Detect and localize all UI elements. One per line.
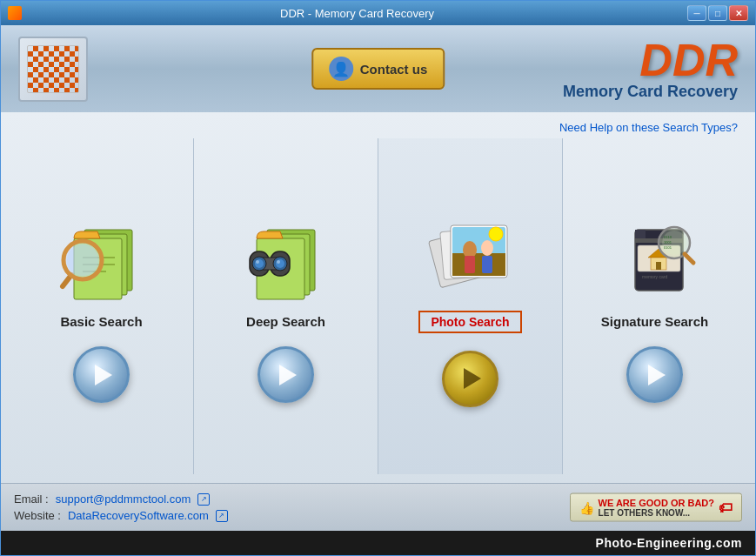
svg-text:0110: 0110	[664, 235, 672, 239]
contact-person-icon: 👤	[329, 57, 353, 81]
signature-search-play-button[interactable]	[626, 346, 683, 403]
deep-search-play-button[interactable]	[258, 346, 314, 403]
svg-text:memory card: memory card	[642, 274, 667, 279]
header: 👤 Contact us DDR Memory Card Recovery	[1, 25, 755, 112]
svg-point-20	[277, 260, 280, 264]
play-triangle-icon	[648, 365, 666, 385]
basic-search-label: Basic Search	[60, 314, 142, 329]
help-link[interactable]: Need Help on these Search Types?	[10, 121, 746, 134]
website-row: Website : DataRecoverySoftware.com ↗	[14, 509, 228, 522]
main-content: Need Help on these Search Types?	[1, 112, 755, 483]
window-controls: ─ □ ✕	[687, 5, 748, 21]
feedback-text: WE ARE GOOD OR BAD? LET OTHERS KNOW...	[599, 498, 714, 518]
minimize-button[interactable]: ─	[687, 5, 706, 21]
close-button[interactable]: ✕	[729, 5, 748, 21]
logo-box	[18, 37, 88, 102]
photo-search-icon	[423, 206, 518, 302]
svg-rect-29	[482, 256, 492, 273]
contact-button[interactable]: 👤 Contact us	[311, 48, 445, 90]
brand-name: DDR	[563, 37, 738, 83]
svg-rect-25	[452, 253, 505, 276]
svg-marker-32	[635, 230, 646, 238]
brand-area: DDR Memory Card Recovery	[563, 37, 738, 101]
feedback-button[interactable]: 👍 WE ARE GOOD OR BAD? LET OTHERS KNOW...…	[570, 493, 742, 522]
signature-search-icon: memory card 0110 1001 0101	[607, 210, 703, 305]
basic-search-play-button[interactable]	[73, 346, 130, 403]
feedback-line1: WE ARE GOOD OR BAD?	[599, 498, 714, 508]
svg-point-19	[256, 260, 259, 264]
svg-line-44	[685, 254, 693, 263]
thumbs-icon: 👍	[579, 500, 594, 514]
email-link[interactable]: support@pddmmctool.com	[56, 492, 191, 506]
svg-rect-37	[656, 262, 661, 270]
deep-search-label: Deep Search	[246, 314, 325, 329]
photo-search-card[interactable]: Photo Search	[378, 138, 563, 474]
signature-search-card[interactable]: memory card 0110 1001 0101 Signature Sea…	[563, 138, 746, 474]
svg-point-8	[67, 245, 98, 276]
svg-point-18	[276, 259, 284, 268]
play-triangle-icon	[279, 365, 297, 385]
logo-checker-icon	[27, 45, 79, 93]
footer: Email : support@pddmmctool.com ↗ Website…	[1, 483, 755, 531]
external-link-icon[interactable]: ↗	[197, 493, 210, 506]
watermark-text: Photo-Engineering.com	[596, 536, 742, 550]
website-link[interactable]: DataRecoverySoftware.com	[68, 509, 209, 522]
title-bar: DDR - Memory Card Recovery ─ □ ✕	[1, 1, 755, 25]
external-link-icon-2[interactable]: ↗	[216, 510, 228, 522]
brand-subtitle: Memory Card Recovery	[563, 83, 738, 101]
contact-label: Contact us	[360, 62, 428, 77]
feedback-arrow-icon: 🏷	[719, 499, 733, 515]
photo-search-label: Photo Search	[418, 311, 521, 333]
email-row: Email : support@pddmmctool.com ↗	[14, 492, 228, 506]
svg-point-17	[255, 259, 264, 268]
email-label: Email :	[14, 492, 49, 506]
deep-search-card[interactable]: Deep Search	[194, 138, 378, 474]
basic-search-icon	[54, 210, 150, 305]
maximize-button[interactable]: □	[708, 5, 727, 21]
deep-search-icon	[238, 210, 334, 305]
svg-text:0101: 0101	[664, 245, 672, 250]
basic-search-card[interactable]: Basic Search	[10, 138, 194, 474]
watermark-bar: Photo-Engineering.com	[1, 531, 755, 555]
svg-text:1001: 1001	[664, 240, 672, 245]
signature-search-label: Signature Search	[601, 314, 708, 329]
app-icon	[8, 6, 22, 20]
svg-point-30	[489, 227, 503, 241]
photo-search-play-button[interactable]	[442, 351, 498, 407]
search-cards: Basic Search	[10, 138, 746, 474]
website-label: Website :	[14, 509, 61, 522]
window-title: DDR - Memory Card Recovery	[27, 7, 687, 20]
main-window: DDR - Memory Card Recovery ─ □ ✕ 👤 Conta…	[0, 0, 756, 556]
svg-rect-27	[465, 256, 475, 273]
play-triangle-icon	[464, 368, 481, 389]
play-triangle-icon	[95, 365, 112, 385]
svg-point-28	[481, 240, 493, 256]
feedback-line2: LET OTHERS KNOW...	[599, 508, 714, 518]
footer-links: Email : support@pddmmctool.com ↗ Website…	[14, 492, 228, 522]
